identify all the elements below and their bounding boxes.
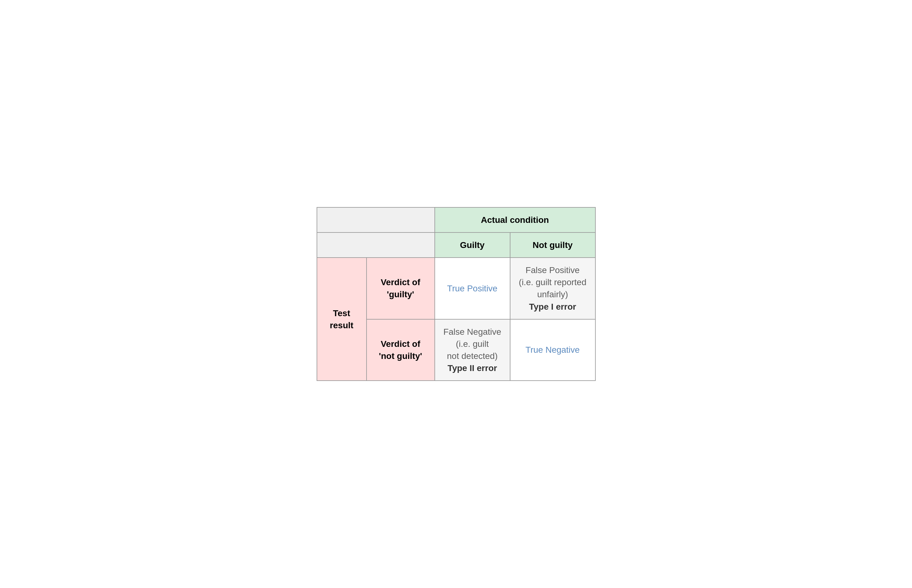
true-negative-cell: True Negative (510, 319, 595, 381)
actual-condition-header: Actual condition (435, 207, 595, 233)
not-guilty-header: Not guilty (510, 233, 595, 258)
guilty-header: Guilty (435, 233, 510, 258)
false-positive-cell: False Positive(i.e. guilt reportedunfair… (510, 258, 595, 319)
false-positive-description: False Positive(i.e. guilt reportedunfair… (519, 265, 586, 299)
type-I-error-label: Type I error (529, 302, 576, 312)
true-positive-cell: True Positive (435, 258, 510, 319)
empty-subheader-cell (317, 233, 435, 258)
verdict-guilty-label: Verdict of 'guilty' (367, 258, 435, 319)
verdict-not-guilty-label: Verdict of 'not guilty' (367, 319, 435, 381)
empty-topleft-cell (317, 207, 435, 233)
false-negative-cell: False Negative(i.e. guiltnot detected) T… (435, 319, 510, 381)
test-result-label: Test result (317, 258, 367, 381)
confusion-matrix-table: Actual condition Guilty Not guilty Test … (317, 207, 596, 381)
type-II-error-label: Type II error (448, 363, 497, 373)
false-negative-description: False Negative(i.e. guiltnot detected) (443, 327, 501, 361)
